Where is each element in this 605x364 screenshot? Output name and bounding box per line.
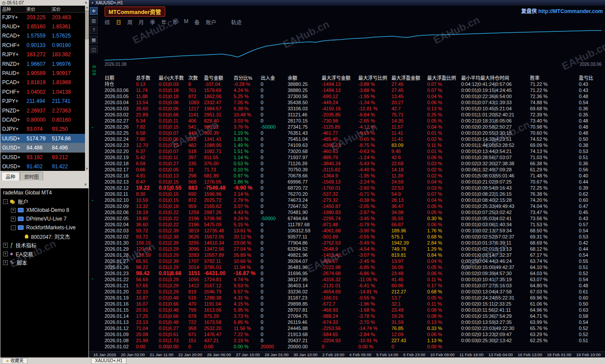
market-watch-row[interactable]: GUSD+84.48684.496 [0, 143, 85, 152]
stat-row[interactable]: 2026.02.195.420.01|0.11397811.551.14 %07… [105, 154, 605, 160]
market-watch-row[interactable]: RAUD+1.651601.65361 [0, 22, 85, 31]
chart-titlebar[interactable]: ▾ XAUUSD+,H1 [89, 0, 605, 6]
stat-row[interactable]: 2026.02.138.470.01|0.155681276.051.86 %0… [105, 179, 605, 185]
stat-row[interactable]: 2026.03.0611.740.01|0.187611579.694.24 %… [105, 87, 605, 93]
tab-tick-chart[interactable]: 即时图 [20, 172, 43, 180]
column-header-symbol[interactable]: 品种 [2, 6, 27, 12]
stat-row[interactable]: 2026.01.020.000.00|0.0000.000.00 %200002… [105, 344, 605, 350]
stat-row[interactable]: 2026.02.1010.590.01|0.158722025.722.79 %… [105, 197, 605, 203]
stat-row[interactable]: 2026.01.2398.420.01|8.661151-6431.00-16.… [105, 270, 605, 276]
expand-icon[interactable]: + [11, 208, 16, 213]
stat-row[interactable]: 2026.01.1616.070.01|0.664701191.044.15 %… [105, 301, 605, 307]
expand-icon[interactable]: + [11, 217, 16, 221]
navigator-item[interactable]: 8002047: 刘文杰 [0, 232, 88, 241]
stat-row[interactable]: 2026.02.0436.600.01|0.2221965475.095.15 … [105, 221, 605, 228]
stat-row[interactable]: 2026.01.1271.040.01|6.279582532.2011.56 … [105, 325, 605, 331]
navigator-item[interactable]: +ƒ技术指标 [0, 241, 88, 249]
close-icon[interactable]: × [85, 0, 87, 5]
stat-row[interactable]: 2026.02.256.580.01|0.07449900.391.19 %07… [105, 130, 605, 136]
stat-row[interactable]: 2026.02.0913.320.01|0.189592165.623.07 %… [105, 203, 605, 209]
market-watch-row[interactable]: UUSD+5174.795174.86 [0, 134, 85, 143]
period-button-账户[interactable]: 账户 [206, 18, 216, 26]
stat-row[interactable]: 2026.02.2312.700.01|0.794821088.951.49 %… [105, 142, 605, 148]
stat-row[interactable]: 2026.02.0518.800.01|0.2221965706.969.24 … [105, 215, 605, 221]
stat-row[interactable]: 2026.03.0221.890.01|0.6611412951.3110.48… [105, 112, 605, 118]
market-watch-row[interactable]: DCAD+0.800000.80160 [0, 115, 85, 124]
market-watch-row[interactable]: RCHF+0.901330.90190 [0, 41, 85, 50]
period-button-季[interactable]: 季 [150, 18, 155, 26]
stat-row[interactable]: 2026.02.267.820.01|0.15541990.323.76 %-5… [105, 124, 605, 130]
tab-chart-xauusd-h1[interactable]: XAUUSD+,H1 [91, 358, 126, 364]
market-watch-row[interactable]: RNZD+1.966071.96976 [0, 59, 85, 68]
stat-row[interactable]: 2026.02.275.340.01|0.11406828.403.03 %02… [105, 118, 605, 124]
stat-row[interactable]: 2026.01.1323.130.01|0.487221673.586.85 %… [105, 319, 605, 325]
expand-icon[interactable]: + [3, 260, 8, 265]
stat-row[interactable]: 2026.01.1520.910.01|0.487991613.065.95 %… [105, 307, 605, 313]
expand-icon[interactable]: + [3, 243, 8, 248]
stat-row[interactable]: 2026.02.206.370.01|0.075181082.711.51 %0… [105, 148, 605, 154]
collapse-icon[interactable]: - [3, 199, 8, 204]
period-button-币[interactable]: 币 [173, 18, 178, 26]
stat-row[interactable]: 2026.02.170.660.01|0.053171.730.10 %0707… [105, 167, 605, 173]
period-button-M[interactable]: M [184, 18, 188, 26]
stat-row[interactable]: 2026.01.2698.220.01|3.2920143785.0111.94… [105, 264, 605, 270]
scroll-up-icon[interactable]: ▲ [86, 6, 88, 10]
brand-link[interactable]: 复盘侠 http://MTCommander.com [521, 7, 603, 14]
market-watch-row[interactable]: PJPY+211.494211.741 [0, 97, 85, 106]
navigator-item[interactable]: +◆EA交易 [0, 249, 88, 258]
market-watch-row[interactable]: PAUD+1.905891.90917 [0, 68, 85, 78]
period-button-年[interactable]: 年 [161, 18, 167, 26]
market-watch-row[interactable]: OUSD+91.40291.422 [0, 162, 85, 171]
stat-row[interactable]: 2026.01.2765.910.01|2.3917073782.1110.66… [105, 258, 605, 264]
column-header-ask[interactable]: 买价 [52, 6, 85, 12]
stat-row[interactable]: 2026.01.2032.150.01|3.298192046.796.57 %… [105, 289, 605, 295]
stat-row[interactable]: 2026.01.0821.990.01|1.73151437.212.19 %0… [105, 337, 605, 344]
window-tool-icon[interactable]: ◫ [90, 45, 98, 53]
stat-row[interactable]: 2026.01.1910.870.01|0.485161288.384.31 %… [105, 295, 605, 301]
chart-shift-tool-icon[interactable]: ▥ [90, 17, 98, 24]
stat-row[interactable]: 2026.02.1219.220.01|0.55883-7549.48-9.90… [105, 185, 605, 191]
tab-favorites[interactable]: ★ 收藏夹 [2, 358, 27, 364]
stat-row[interactable]: 2026.01.1417.250.01|0.66678975.293.73 %0… [105, 313, 605, 319]
stat-row[interactable]: 2026.02.247.800.01|0.066281341.411.81 %0… [105, 136, 605, 142]
scroll-down-icon[interactable]: ▼ [86, 167, 88, 171]
stat-row[interactable]: 持仓0.130.01|0.038-107.04-0.28 %038880.25-… [105, 81, 605, 87]
navigator-item[interactable]: +DPrimeVU-Live 7 [0, 214, 88, 223]
navigator-item[interactable]: -RockfortMarkets-Live [0, 223, 88, 232]
stat-row[interactable]: 2026.01.2256.690.01|3.2910561724.814.74 … [105, 276, 605, 282]
collapse-icon[interactable]: - [11, 225, 16, 230]
scrollbar-thumb[interactable] [85, 10, 89, 39]
period-button-月[interactable]: 月 [139, 18, 144, 26]
stat-row[interactable]: 2026.02.0618.190.01|0.2212592987.264.43 … [105, 209, 605, 215]
stat-row[interactable]: 2026.02.0293.720.01|2.39362615672.0520.1… [105, 234, 605, 240]
navigator-item[interactable]: -账户 [0, 197, 88, 206]
crosshair-tool-icon[interactable]: ✛ [90, 7, 98, 15]
grid-tool-icon[interactable]: ▦ [90, 36, 98, 44]
market-watch-row[interactable]: DJPY+93.07493.250 [0, 125, 85, 134]
close-icon[interactable]: × [84, 182, 87, 187]
expand-icon[interactable]: + [3, 252, 8, 256]
market-watch-row[interactable]: RJPY+183.272183.382 [0, 50, 85, 59]
stat-row[interactable]: 2026.02.186.590.01|0.27235376.000.53 %07… [105, 160, 605, 167]
brand-url[interactable]: http://MTCommander.com [538, 8, 603, 14]
stat-row[interactable]: 2026.01.2157.650.01|3.2914123167.129.53 … [105, 282, 605, 289]
market-watch-row[interactable]: PNZD+2.269372.27363 [0, 106, 85, 115]
period-button-轨迹[interactable]: 轨迹 [231, 18, 241, 26]
stat-row[interactable]: 2026.01.0920.080.01|0.616711476.477.22 %… [105, 331, 605, 337]
navigator-item[interactable]: +XMGlobal-Demo 8 [0, 206, 88, 214]
period-button-日[interactable]: 日 [116, 18, 121, 26]
market-watch-row[interactable]: PCAD+1.818191.81989 [0, 78, 85, 87]
market-watch-row[interactable]: PCHF+1.040021.04138 [0, 87, 85, 96]
stat-row[interactable]: 2026.02.0393.720.01|2.39381912735.4813.6… [105, 228, 605, 234]
market-watch-scrollbar[interactable]: ▲ ▼ [85, 6, 89, 171]
market-watch-row[interactable]: RCAD+1.575591.57625 [0, 31, 85, 41]
stat-row[interactable]: 2026.01.30156.150.01|2.39325514610.3423.… [105, 240, 605, 246]
stat-row[interactable]: 2026.02.118.300.01|0.156901596.962.14 %0… [105, 191, 605, 197]
period-button-周[interactable]: 周 [127, 18, 133, 26]
column-header-bid[interactable]: 卖价 [27, 6, 52, 12]
navigator-item[interactable]: +✎脚本 [0, 258, 88, 267]
stat-row[interactable]: 2026.03.0511.880.01|0.188721862.065.25 %… [105, 93, 605, 99]
stat-row[interactable]: 2026.03.0413.540.01|0.0610832332.477.05 … [105, 99, 605, 105]
period-button-综[interactable]: 综 [105, 18, 110, 26]
stat-row[interactable]: 2026.02.164.810.01|0.13298681.890.97 %07… [105, 173, 605, 179]
